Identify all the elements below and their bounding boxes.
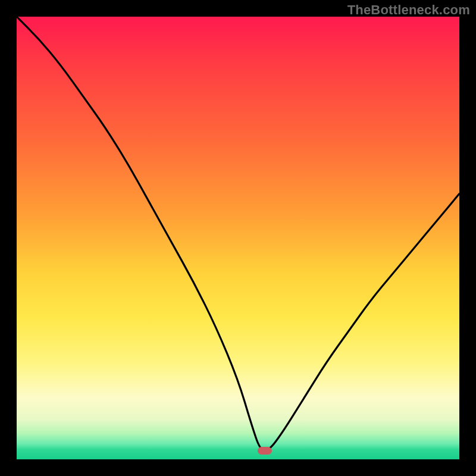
- watermark-text: TheBottleneck.com: [347, 2, 470, 18]
- plot-area: [17, 17, 459, 459]
- chart-frame: TheBottleneck.com: [0, 0, 476, 476]
- bottleneck-curve: [17, 17, 459, 459]
- optimal-point-marker: [258, 447, 272, 455]
